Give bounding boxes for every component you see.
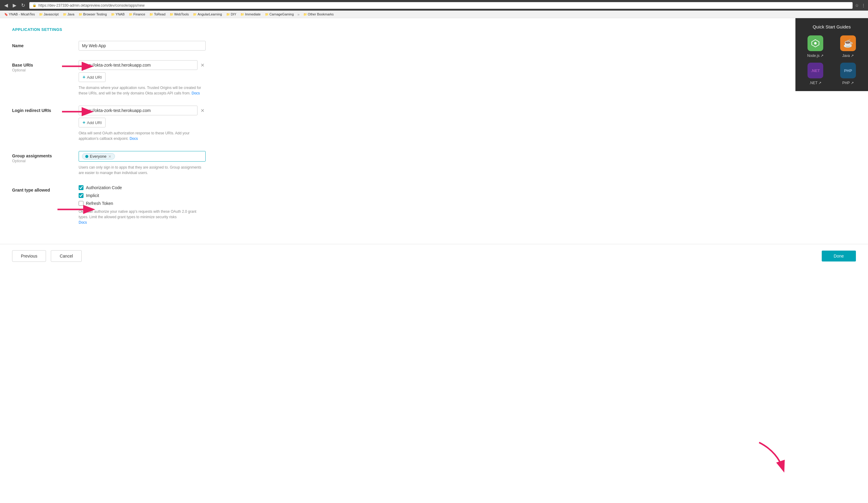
- page-wrapper: Quick Start Guides Node.js ↗ ☕ Java ↗: [0, 18, 868, 503]
- quick-start-title: Quick Start Guides: [802, 24, 862, 29]
- address-text: https://dev-237330-admin.oktapreview.com…: [39, 3, 145, 8]
- login-redirect-field-container: ✕ + Add URI Okta will send OAuth authori…: [79, 105, 206, 141]
- login-redirect-input[interactable]: [79, 105, 197, 115]
- folder-icon: 📁: [265, 13, 269, 16]
- dotnet-label: .NET ↗: [809, 81, 822, 85]
- php-label: PHP ↗: [842, 81, 854, 85]
- folder-icon: 📁: [63, 13, 66, 16]
- bookmark-diy[interactable]: 📁 DIY: [225, 12, 238, 17]
- login-redirect-arrow: [59, 104, 95, 119]
- app-settings-form: APPLICATION SETTINGS Name: [0, 18, 290, 244]
- qs-nodejs[interactable]: Node.js ↗: [802, 36, 829, 58]
- bookmark-label: Java: [68, 12, 74, 16]
- add-uri-label: Add URI: [87, 120, 102, 125]
- base-uri-input[interactable]: [79, 60, 197, 70]
- name-row: Name: [12, 41, 278, 51]
- auth-code-label: Authorization Code: [86, 185, 122, 190]
- bookmark-label: Finance: [133, 12, 145, 16]
- browser-actions: ☆ ⋮: [855, 3, 866, 8]
- java-label: Java ↗: [842, 53, 854, 58]
- secure-icon: 🔒: [32, 3, 37, 7]
- group-tag-remove-button[interactable]: ×: [108, 154, 112, 159]
- bookmark-immediate[interactable]: 📁 Immediate: [239, 12, 262, 17]
- cancel-button[interactable]: Cancel: [51, 250, 82, 262]
- name-label: Name: [12, 43, 79, 48]
- bookmark-carnage[interactable]: 📁 CarnageGaming: [263, 12, 296, 17]
- qs-php[interactable]: PHP PHP ↗: [834, 63, 862, 85]
- login-redirect-docs-link[interactable]: Docs: [130, 137, 138, 141]
- group-tag-input[interactable]: Everyone ×: [79, 151, 206, 162]
- bookmark-label: WebTools: [174, 12, 189, 16]
- bookmark-java[interactable]: 📁 Java: [61, 12, 76, 17]
- dotnet-icon: .NET: [807, 63, 823, 78]
- star-button[interactable]: ☆: [855, 3, 859, 8]
- refresh-token-row: Refresh Token: [79, 201, 206, 206]
- group-assign-label: Group assignments: [12, 153, 79, 158]
- bookmark-other[interactable]: 📁 Other Bookmarks: [301, 12, 336, 17]
- folder-icon: 📁: [149, 13, 153, 16]
- bookmark-javascript[interactable]: 📁 Javascript: [37, 12, 61, 17]
- bookmark-toread[interactable]: 📁 ToRead: [147, 12, 167, 17]
- refresh-button[interactable]: ↻: [19, 2, 27, 9]
- forward-button[interactable]: ▶: [11, 2, 18, 9]
- add-uri-label: Add URI: [87, 75, 102, 80]
- login-redirect-input-row: ✕: [79, 105, 206, 115]
- bookmark-ynab[interactable]: 📁 YNAB: [109, 12, 126, 17]
- qs-java[interactable]: ☕ Java ↗: [834, 36, 862, 58]
- name-label-container: Name: [12, 41, 79, 48]
- group-assignments-row: Group assignments Optional Everyone × Us…: [12, 151, 278, 175]
- qs-dotnet[interactable]: .NET .NET ↗: [802, 63, 829, 85]
- auth-code-checkbox[interactable]: [79, 185, 83, 190]
- address-bar[interactable]: 🔒 https://dev-237330-admin.oktapreview.c…: [29, 2, 852, 9]
- bookmark-browser-testing[interactable]: 📁 Browser Testing: [77, 12, 108, 17]
- grant-docs-link[interactable]: Docs: [79, 220, 87, 224]
- implicit-row: Implicit: [79, 193, 206, 198]
- bookmark-label: ToRead: [154, 12, 165, 16]
- more-bookmarks-indicator: »: [297, 12, 299, 17]
- base-uris-docs-link[interactable]: Docs: [192, 91, 200, 95]
- login-redirect-clear-button[interactable]: ✕: [199, 107, 206, 115]
- implicit-checkbox[interactable]: [79, 193, 83, 198]
- bookmark-label: CarnageGaming: [269, 12, 294, 16]
- bookmark-finance[interactable]: 📁 Finance: [127, 12, 147, 17]
- login-redirect-row: Login redirect URIs ✕ + Add URI Okta wil…: [12, 105, 278, 141]
- previous-button[interactable]: Previous: [12, 250, 46, 262]
- name-input[interactable]: [79, 41, 206, 51]
- folder-icon: 📁: [129, 13, 133, 16]
- group-assign-optional: Optional: [12, 159, 79, 163]
- menu-button[interactable]: ⋮: [861, 3, 866, 8]
- base-uris-hint: The domains where your application runs.…: [79, 85, 206, 96]
- folder-icon: 📁: [170, 13, 173, 16]
- base-uris-field-container: ✕ + Add URI The domains where your appli…: [79, 60, 206, 96]
- folder-icon: 📁: [193, 13, 197, 16]
- nodejs-icon: [807, 36, 823, 51]
- done-button[interactable]: Done: [822, 251, 856, 261]
- browser-chrome: ◀ ▶ ↻ 🔒 https://dev-237330-admin.oktapre…: [0, 0, 868, 11]
- quick-start-panel: Quick Start Guides Node.js ↗ ☕ Java ↗: [795, 18, 868, 91]
- base-uri-input-row: ✕: [79, 60, 206, 70]
- folder-icon: 📁: [226, 13, 230, 16]
- bookmark-webtools[interactable]: 📁 WebTools: [168, 12, 190, 17]
- folder-icon: 📁: [240, 13, 244, 16]
- bookmark-angular[interactable]: 📁 AngularLearning: [191, 12, 224, 17]
- grant-type-label: Grant type allowed: [12, 188, 79, 192]
- bookmark-label: YNAB: [115, 12, 125, 16]
- bookmark-ynab-micah[interactable]: 🔖 YNAB - MicahTes: [2, 12, 37, 17]
- add-icon: +: [83, 120, 85, 125]
- bookmark-label: YNAB - MicahTes: [9, 12, 35, 16]
- base-uris-row: Base URIs Optional ✕ + Add URI The domai…: [12, 60, 278, 96]
- bookmark-label: Javascript: [43, 12, 59, 16]
- main-content: Quick Start Guides Node.js ↗ ☕ Java ↗: [0, 18, 868, 503]
- base-uri-clear-button[interactable]: ✕: [199, 61, 206, 69]
- bookmark-label: Immediate: [245, 12, 260, 16]
- login-redirect-hint: Okta will send OAuth authorization respo…: [79, 130, 206, 141]
- auth-code-row: Authorization Code: [79, 185, 206, 190]
- group-assign-label-container: Group assignments Optional: [12, 151, 79, 163]
- back-button[interactable]: ◀: [2, 2, 10, 9]
- grant-type-field-container: Authorization Code Implicit Refresh Toke…: [79, 185, 206, 225]
- grant-type-row: Grant type allowed Authorization Code Im…: [12, 185, 278, 225]
- implicit-arrow: [54, 202, 97, 217]
- bookmark-icon: 🔖: [4, 13, 8, 16]
- bookmark-label: AngularLearning: [197, 12, 222, 16]
- quick-start-grid: Node.js ↗ ☕ Java ↗ .NET .NET ↗ P: [802, 36, 862, 85]
